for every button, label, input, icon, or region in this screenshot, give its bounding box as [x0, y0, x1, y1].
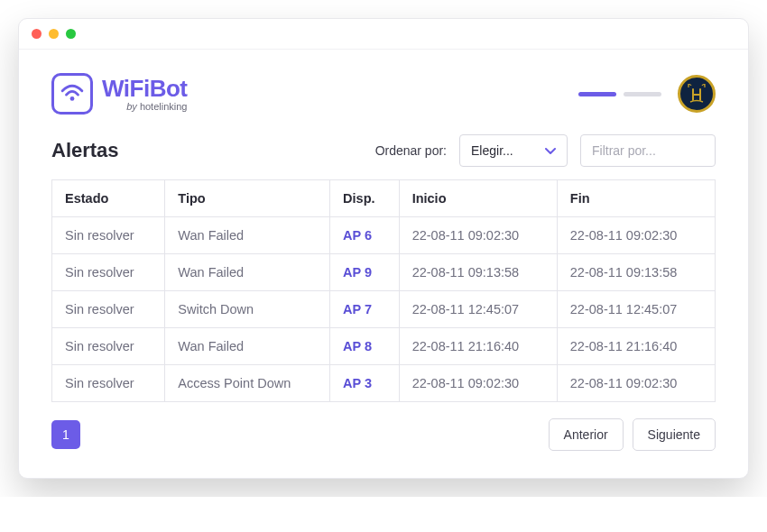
chevron-down-icon — [545, 143, 556, 158]
cell-inicio: 22-08-11 09:02:30 — [399, 217, 557, 254]
cell-inicio: 22-08-11 09:02:30 — [399, 365, 557, 402]
window-minimize-icon[interactable] — [49, 29, 59, 39]
cell-fin: 22-08-11 21:16:40 — [557, 328, 715, 365]
header-right — [578, 75, 716, 113]
window-close-icon[interactable] — [32, 29, 42, 39]
next-button[interactable]: Siguiente — [633, 418, 716, 451]
col-disp: Disp. — [330, 180, 400, 217]
filter-input[interactable] — [580, 134, 716, 167]
page-title: Alertas — [51, 139, 119, 162]
progress-indicator — [578, 92, 661, 96]
cell-estado: Sin resolver — [52, 291, 165, 328]
cell-disp[interactable]: AP 9 — [330, 254, 400, 291]
cell-disp[interactable]: AP 6 — [330, 217, 400, 254]
alerts-table: Estado Tipo Disp. Inicio Fin Sin resolve… — [51, 179, 716, 402]
cell-estado: Sin resolver — [52, 254, 165, 291]
cell-tipo: Wan Failed — [165, 328, 330, 365]
cell-fin: 22-08-11 09:02:30 — [557, 217, 715, 254]
sort-label: Ordenar por: — [375, 143, 447, 158]
col-inicio: Inicio — [399, 180, 557, 217]
table-row: Sin resolver Wan Failed AP 8 22-08-11 21… — [52, 328, 716, 365]
controls-right: Ordenar por: Elegir... — [375, 134, 716, 167]
brand: WiFiBot by hotelinking — [51, 73, 187, 115]
col-fin: Fin — [557, 180, 715, 217]
cell-estado: Sin resolver — [52, 328, 165, 365]
col-estado: Estado — [52, 180, 165, 217]
cell-disp[interactable]: AP 7 — [330, 291, 400, 328]
table-row: Sin resolver Wan Failed AP 6 22-08-11 09… — [52, 217, 716, 254]
brand-subtitle: by hotelinking — [102, 102, 187, 112]
page-number-badge[interactable]: 1 — [51, 420, 80, 449]
cell-fin: 22-08-11 09:13:58 — [557, 254, 715, 291]
pager: Anterior Siguiente — [549, 418, 716, 451]
window-titlebar — [19, 19, 748, 50]
wifi-icon — [51, 73, 93, 115]
table-body: Sin resolver Wan Failed AP 6 22-08-11 09… — [52, 217, 716, 402]
brand-title: WiFiBot — [102, 77, 187, 100]
svg-point-0 — [70, 96, 75, 101]
brand-text: WiFiBot by hotelinking — [102, 77, 187, 112]
sort-select[interactable]: Elegir... — [459, 134, 568, 167]
cell-estado: Sin resolver — [52, 217, 165, 254]
controls-row: Alertas Ordenar por: Elegir... — [51, 134, 716, 167]
sort-select-value: Elegir... — [471, 143, 513, 158]
cell-tipo: Switch Down — [165, 291, 330, 328]
cell-inicio: 22-08-11 21:16:40 — [399, 328, 557, 365]
cell-inicio: 22-08-11 12:45:07 — [399, 291, 557, 328]
cell-disp[interactable]: AP 3 — [330, 365, 400, 402]
app-window: WiFiBot by hotelinking — [18, 18, 749, 479]
table-row: Sin resolver Access Point Down AP 3 22-0… — [52, 365, 716, 402]
cell-estado: Sin resolver — [52, 365, 165, 402]
progress-step-2 — [624, 92, 661, 96]
table-header-row: Estado Tipo Disp. Inicio Fin — [52, 180, 716, 217]
avatar[interactable] — [678, 75, 716, 113]
footer-row: 1 Anterior Siguiente — [51, 418, 716, 451]
cell-fin: 22-08-11 12:45:07 — [557, 291, 715, 328]
content-area: WiFiBot by hotelinking — [19, 50, 748, 478]
table-row: Sin resolver Switch Down AP 7 22-08-11 1… — [52, 291, 716, 328]
hotel-badge-icon — [685, 82, 708, 105]
window-maximize-icon[interactable] — [66, 29, 76, 39]
progress-step-1 — [578, 92, 616, 96]
cell-inicio: 22-08-11 09:13:58 — [399, 254, 557, 291]
col-tipo: Tipo — [165, 180, 330, 217]
cell-tipo: Access Point Down — [165, 365, 330, 402]
table-row: Sin resolver Wan Failed AP 9 22-08-11 09… — [52, 254, 716, 291]
cell-tipo: Wan Failed — [165, 217, 330, 254]
cell-disp[interactable]: AP 8 — [330, 328, 400, 365]
header-row: WiFiBot by hotelinking — [51, 73, 716, 115]
cell-fin: 22-08-11 09:02:30 — [557, 365, 715, 402]
cell-tipo: Wan Failed — [165, 254, 330, 291]
prev-button[interactable]: Anterior — [549, 418, 624, 451]
